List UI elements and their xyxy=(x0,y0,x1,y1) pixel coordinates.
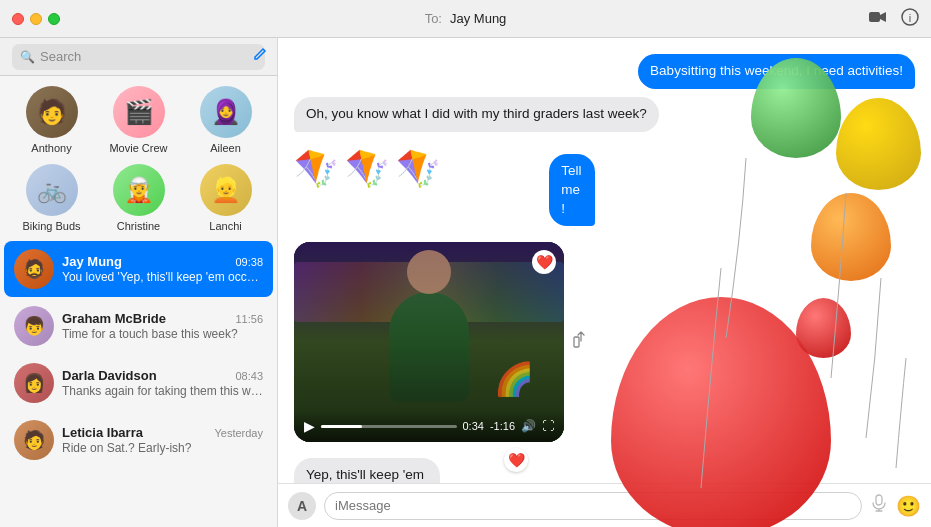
video-controls[interactable]: ▶ 0:34 -1:16 🔊 ⛶ xyxy=(294,410,564,442)
message-input[interactable] xyxy=(324,492,862,520)
conv-name-darla: Darla Davidson xyxy=(62,368,157,383)
conv-preview-graham: Time for a touch base this week? xyxy=(62,327,263,341)
play-button-icon[interactable]: ▶ xyxy=(304,418,315,434)
bubble-ohyouknow: Oh, you know what I did with my third gr… xyxy=(294,97,659,132)
volume-icon[interactable]: 🔊 xyxy=(521,419,536,433)
svg-rect-4 xyxy=(876,495,882,505)
pinned-moviecrew[interactable]: 🎬 Movie Crew xyxy=(101,86,177,154)
conv-time-graham: 11:56 xyxy=(235,313,263,325)
pinned-bikingbuds[interactable]: 🚲 Biking Buds xyxy=(14,164,90,232)
kite-stickers: 🪁 🪁 🪁 xyxy=(294,144,441,194)
msg-row-babysitting: Babysitting this weekend, I need activit… xyxy=(294,54,915,89)
pinned-aileen[interactable]: 🧕 Aileen xyxy=(188,86,264,154)
video-message-row: 🌈 ▶ 0:34 -1:16 🔊 ⛶ xyxy=(294,242,915,442)
avatar-lanchi: 👱 xyxy=(200,164,252,216)
app-body: 🔍 Search 🧑 Anthony 🎬 Movie Cre xyxy=(0,38,931,527)
to-label: To: xyxy=(425,11,442,26)
pinned-label-moviecrew: Movie Crew xyxy=(109,142,167,154)
avatar-moviecrew: 🎬 xyxy=(113,86,165,138)
pinned-lanchi[interactable]: 👱 Lanchi xyxy=(188,164,264,232)
progress-fill xyxy=(321,425,362,428)
conv-avatar-darla: 👩 xyxy=(14,363,54,403)
maximize-button[interactable] xyxy=(48,13,60,25)
bubble-tellme: Tell me! xyxy=(549,154,595,227)
compose-button[interactable] xyxy=(251,47,267,67)
conv-top-graham: Graham McBride 11:56 xyxy=(62,311,263,326)
svg-rect-0 xyxy=(869,12,880,22)
pinned-label-christine: Christine xyxy=(117,220,160,232)
info-icon[interactable]: i xyxy=(901,8,919,30)
chat-area: Babysitting this weekend, I need activit… xyxy=(278,38,931,527)
conv-item-graham[interactable]: 👦 Graham McBride 11:56 Time for a touch … xyxy=(4,298,273,354)
recipient-name: Jay Mung xyxy=(450,11,506,26)
app-drawer-button[interactable]: A xyxy=(288,492,316,520)
bubble-yepkeep: Yep, this'll keep 'em occupied. 😊 xyxy=(294,458,440,483)
avatar-anthony: 🧑 xyxy=(26,86,78,138)
emoji-button[interactable]: 🙂 xyxy=(896,494,921,518)
svg-text:i: i xyxy=(909,11,911,23)
title-bar-center: To: Jay Mung xyxy=(425,11,507,26)
pinned-christine[interactable]: 🧝 Christine xyxy=(101,164,177,232)
pinned-label-bikingbuds: Biking Buds xyxy=(22,220,80,232)
pinned-contacts-row1: 🧑 Anthony 🎬 Movie Crew 🧕 Aileen xyxy=(0,76,277,160)
avatar-bikingbuds: 🚲 xyxy=(26,164,78,216)
pinned-label-aileen: Aileen xyxy=(210,142,241,154)
app-drawer-label: A xyxy=(297,498,307,514)
close-button[interactable] xyxy=(12,13,24,25)
search-bar[interactable]: 🔍 Search xyxy=(12,44,265,70)
msg-row-ohyouknow: Oh, you know what I did with my third gr… xyxy=(294,97,915,132)
fullscreen-icon[interactable]: ⛶ xyxy=(542,419,554,433)
pinned-contacts-row2: 🚲 Biking Buds 🧝 Christine 👱 Lanchi xyxy=(0,160,277,240)
progress-bar[interactable] xyxy=(321,425,457,428)
conv-time-darla: 08:43 xyxy=(235,370,263,382)
avatar-christine: 🧝 xyxy=(113,164,165,216)
heart-tapback[interactable]: ❤️ xyxy=(504,448,528,472)
conv-item-darla[interactable]: 👩 Darla Davidson 08:43 Thanks again for … xyxy=(4,355,273,411)
conv-avatar-graham: 👦 xyxy=(14,306,54,346)
input-bar: A 🙂 xyxy=(278,483,931,527)
minimize-button[interactable] xyxy=(30,13,42,25)
share-icon[interactable] xyxy=(572,331,590,353)
video-time-current: 0:34 xyxy=(463,420,484,432)
conv-preview-darla: Thanks again for taking them this weeken… xyxy=(62,384,263,398)
conv-time-jaymung: 09:38 xyxy=(235,256,263,268)
pinned-label-anthony: Anthony xyxy=(31,142,71,154)
video-message[interactable]: 🌈 ▶ 0:34 -1:16 🔊 ⛶ xyxy=(294,242,564,442)
video-call-icon[interactable] xyxy=(869,10,887,28)
conv-item-jaymung[interactable]: 🧔 Jay Mung 09:38 You loved 'Yep, this'll… xyxy=(4,241,273,297)
conv-item-leticia[interactable]: 🧑 Leticia Ibarra Yesterday Ride on Sat.?… xyxy=(4,412,273,468)
pinned-anthony[interactable]: 🧑 Anthony xyxy=(14,86,90,154)
conv-name-jaymung: Jay Mung xyxy=(62,254,122,269)
kite-1: 🪁 xyxy=(294,148,339,190)
conv-preview-jaymung: You loved 'Yep, this'll keep 'em occupie… xyxy=(62,270,263,284)
kite-3: 🪁 xyxy=(396,148,441,190)
title-bar-actions: i xyxy=(869,8,919,30)
audio-button[interactable] xyxy=(870,494,888,517)
bubble-babysitting: Babysitting this weekend, I need activit… xyxy=(638,54,915,89)
title-bar: To: Jay Mung i xyxy=(0,0,931,38)
messages-container: Babysitting this weekend, I need activit… xyxy=(278,38,931,483)
conv-avatar-jaymung: 🧔 xyxy=(14,249,54,289)
conv-avatar-leticia: 🧑 xyxy=(14,420,54,460)
search-placeholder: Search xyxy=(40,49,81,64)
search-icon: 🔍 xyxy=(20,50,35,64)
conv-top-leticia: Leticia Ibarra Yesterday xyxy=(62,425,263,440)
sidebar: 🔍 Search 🧑 Anthony 🎬 Movie Cre xyxy=(0,38,278,527)
last-received-msg-row: Yep, this'll keep 'em occupied. 😊 ❤️ ↩ ↩… xyxy=(294,458,915,483)
conv-preview-leticia: Ride on Sat.? Early-ish? xyxy=(62,441,263,455)
pinned-label-lanchi: Lanchi xyxy=(209,220,241,232)
conv-time-leticia: Yesterday xyxy=(214,427,263,439)
svg-rect-3 xyxy=(574,337,579,347)
conv-name-graham: Graham McBride xyxy=(62,311,166,326)
conv-content-jaymung: Jay Mung 09:38 You loved 'Yep, this'll k… xyxy=(62,254,263,284)
msg-row-tellme: Tell me! xyxy=(524,154,595,227)
traffic-lights xyxy=(12,13,60,25)
conversation-list: 🧔 Jay Mung 09:38 You loved 'Yep, this'll… xyxy=(0,240,277,527)
conv-name-leticia: Leticia Ibarra xyxy=(62,425,143,440)
conv-top-darla: Darla Davidson 08:43 xyxy=(62,368,263,383)
last-received-bubble-wrap: Yep, this'll keep 'em occupied. 😊 ❤️ xyxy=(294,458,518,483)
sidebar-header: 🔍 Search xyxy=(0,38,277,76)
conv-content-darla: Darla Davidson 08:43 Thanks again for ta… xyxy=(62,368,263,398)
conv-content-leticia: Leticia Ibarra Yesterday Ride on Sat.? E… xyxy=(62,425,263,455)
avatar-aileen: 🧕 xyxy=(200,86,252,138)
